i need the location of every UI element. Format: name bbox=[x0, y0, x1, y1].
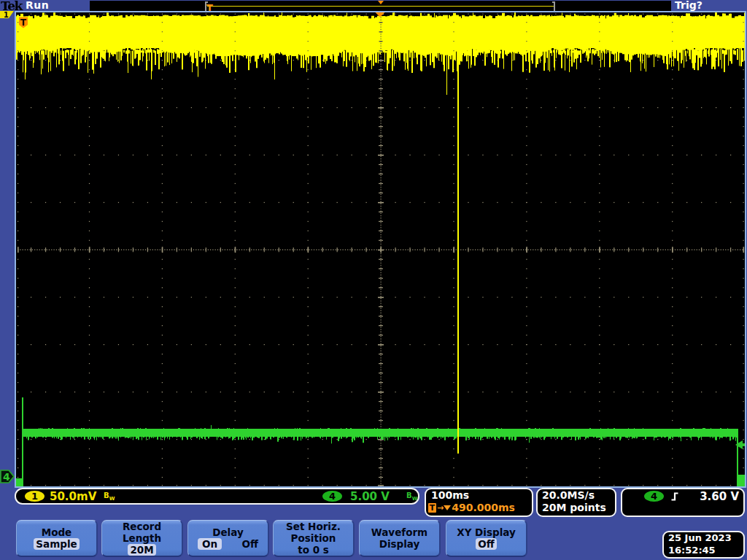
menu-label: XY Display bbox=[446, 526, 526, 538]
arrow-icon: → bbox=[437, 503, 444, 513]
acquisition-readout-box: 20.0MS/s 20M points bbox=[536, 488, 616, 517]
ch1-scale-readout: 50.0mV bbox=[50, 490, 96, 503]
expansion-point-icon bbox=[444, 505, 451, 510]
menu-button-xy-display[interactable]: XY Display Off bbox=[446, 520, 527, 557]
delay-value: 490.000ms bbox=[452, 502, 515, 513]
menu-label: to 0 s bbox=[274, 544, 353, 556]
record-view-expansion-icon bbox=[378, 1, 384, 4]
menu-label: Delay bbox=[188, 526, 268, 538]
ch1-bandwidth-icon: BW bbox=[104, 491, 115, 502]
menu-label: Mode bbox=[17, 526, 96, 538]
record-view: T bbox=[90, 1, 671, 12]
ch4-scale-readout: 5.00 V bbox=[350, 490, 390, 503]
menu-value: Sample bbox=[34, 538, 79, 550]
menu-label: Position bbox=[274, 532, 353, 544]
svg-text:4: 4 bbox=[3, 471, 10, 483]
menu-button-delay[interactable]: Delay On Off bbox=[187, 520, 269, 557]
datetime-box: 25 Jun 2023 16:52:45 bbox=[662, 531, 745, 559]
record-points-readout: 20M points bbox=[542, 502, 606, 513]
menu-button-mode[interactable]: Mode Sample bbox=[16, 520, 98, 557]
menu-label: Waveform bbox=[360, 526, 439, 538]
horizontal-scale-readout: 100ms bbox=[431, 489, 469, 501]
trigger-level-readout: 3.60 V bbox=[700, 490, 739, 503]
menu-button-record-length[interactable]: Record Length 20M bbox=[101, 520, 183, 557]
ch1-position-marker[interactable]: 1 bbox=[0, 11, 15, 18]
graticule-canvas bbox=[16, 12, 745, 486]
channel-readout-bar: 1 50.0mV BW 4 5.00 V BW bbox=[15, 488, 419, 505]
menu-label: Display bbox=[360, 538, 439, 550]
horizontal-readout-box: 100ms T→490.000ms bbox=[425, 488, 533, 517]
svg-text:1: 1 bbox=[4, 11, 9, 18]
top-bar: Tek Run T Trig? bbox=[0, 0, 747, 12]
trigger-slope-icon bbox=[670, 491, 681, 505]
time-readout: 16:52:45 bbox=[668, 545, 716, 556]
trigger-readout-box: 4 3.60 V bbox=[621, 488, 745, 517]
sample-rate-readout: 20.0MS/s bbox=[542, 489, 595, 501]
menu-value: Off bbox=[476, 538, 496, 550]
trigger-flag-icon: T bbox=[428, 503, 436, 513]
date-readout: 25 Jun 2023 bbox=[668, 532, 732, 543]
trigger-status: Trig? bbox=[675, 0, 703, 11]
menu-value-off: Off bbox=[242, 538, 258, 550]
ch4-bandwidth-icon: BW bbox=[406, 491, 417, 502]
record-view-right-bracket bbox=[554, 1, 555, 11]
ch1-badge[interactable]: 1 bbox=[25, 491, 44, 502]
menu-label: Record bbox=[102, 521, 182, 532]
record-view-waveform-line bbox=[207, 6, 554, 7]
waveform-display bbox=[15, 11, 746, 488]
menu-value-on: On bbox=[198, 538, 222, 550]
trigger-level-arrow[interactable] bbox=[735, 439, 745, 449]
menu-button-waveform-display[interactable]: Waveform Display bbox=[359, 520, 441, 557]
menu-label: Length bbox=[102, 532, 182, 544]
acquisition-status: Run bbox=[26, 0, 49, 11]
trigger-source-badge[interactable]: 4 bbox=[644, 491, 664, 502]
ch4-badge[interactable]: 4 bbox=[322, 491, 342, 502]
menu-button-set-horiz-position[interactable]: Set Horiz. Position to 0 s bbox=[273, 520, 355, 557]
ch4-position-marker[interactable]: 4 bbox=[0, 470, 15, 483]
menu-value: 20M bbox=[128, 544, 155, 556]
menu-label: Set Horiz. bbox=[274, 521, 353, 532]
horizontal-delay-readout: T→490.000ms bbox=[428, 502, 515, 513]
